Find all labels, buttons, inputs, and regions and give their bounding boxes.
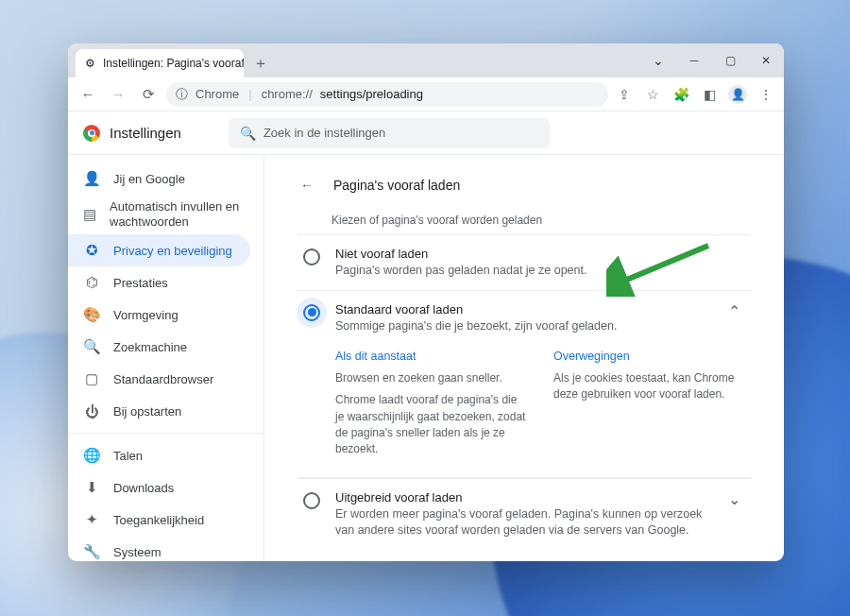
kebab-menu-icon[interactable]: ⋮ [756, 84, 776, 105]
sidebar-item-wrench[interactable]: 🔧Systeem [68, 536, 264, 561]
expand-col2-title: Overwegingen [553, 350, 745, 363]
power-icon: ⏻ [83, 403, 100, 419]
sidebar-item-accessibility[interactable]: ✦Toegankelijkheid [68, 504, 264, 536]
option-title: Uitgebreid vooraf laden [335, 490, 707, 505]
settings-main[interactable]: ← Pagina's vooraf laden Kiezen of pagina… [264, 155, 784, 561]
nav-forward-button: → [106, 82, 130, 107]
site-info-icon[interactable]: ⓘ [176, 86, 188, 103]
globe-icon: 🌐 [83, 447, 100, 464]
back-arrow-icon[interactable]: ← [298, 176, 316, 195]
search-placeholder: Zoek in de instellingen [264, 126, 385, 140]
sidebar-item-speed[interactable]: ⌬Prestaties [68, 266, 264, 299]
maximize-button[interactable]: ▢ [712, 43, 748, 77]
option-title: Standaard vooraf laden [335, 302, 707, 317]
palette-icon: 🎨 [83, 306, 100, 323]
option-extended-preload[interactable]: Uitgebreid vooraf laden Er worden meer p… [298, 478, 751, 550]
page-title: Pagina's vooraf laden [333, 178, 460, 193]
page-heading-row: ← Pagina's vooraf laden [298, 166, 751, 204]
sidebar-item-label: Systeem [113, 545, 162, 559]
sidebar-item-label: Vormgeving [113, 308, 178, 322]
tab-favicon: ⚙ [85, 57, 95, 70]
sidebar-item-label: Automatisch invullen en wachtwoorden [110, 199, 248, 229]
radio-unselected[interactable] [303, 248, 320, 265]
new-tab-button[interactable]: ＋ [249, 52, 272, 75]
option-no-preload[interactable]: Niet vooraf laden Pagina's worden pas ge… [298, 234, 751, 290]
download-icon: ⬇ [83, 479, 100, 496]
search-icon: 🔍 [83, 338, 100, 355]
titlebar: ⚙ Instellingen: Pagina's vooraf lad… ✕ ＋… [68, 43, 784, 77]
settings-header: Instellingen 🔍 Zoek in de instellingen [68, 111, 784, 155]
page-caption: Kiezen of pagina's vooraf worden geladen [332, 214, 751, 227]
sidebar-item-person[interactable]: 👤Jij en Google [68, 163, 264, 195]
option-standard-preload[interactable]: Standaard vooraf laden Sommige pagina's … [298, 290, 751, 346]
sidebar-item-label: Downloads [113, 481, 174, 495]
sidebar-item-label: Bij opstarten [113, 404, 181, 419]
url-box[interactable]: ⓘ Chrome | chrome://settings/preloading [166, 82, 608, 107]
browser-tab[interactable]: ⚙ Instellingen: Pagina's vooraf lad… ✕ [76, 49, 244, 77]
settings-title: Instellingen [110, 125, 181, 141]
sidebar-item-autofill[interactable]: ▤Automatisch invullen en wachtwoorden [68, 195, 264, 234]
wrench-icon: 🔧 [83, 543, 100, 560]
share-icon[interactable]: ⇪ [614, 84, 635, 105]
chevron-down-icon[interactable]: ⌄ [722, 490, 745, 508]
settings-sidebar[interactable]: 👤Jij en Google▤Automatisch invullen en w… [68, 155, 264, 561]
url-path: settings/preloading [320, 87, 423, 101]
sidebar-item-shield[interactable]: ✪Privacy en beveiliging [68, 234, 250, 266]
sidebar-item-download[interactable]: ⬇Downloads [68, 471, 264, 504]
settings-search-input[interactable]: 🔍 Zoek in de instellingen [229, 118, 550, 148]
settings-body: 👤Jij en Google▤Automatisch invullen en w… [68, 155, 784, 561]
sidebar-separator [68, 433, 264, 434]
chrome-window: ⚙ Instellingen: Pagina's vooraf lad… ✕ ＋… [68, 43, 784, 561]
minimize-button[interactable]: ─ [676, 43, 712, 77]
close-button[interactable]: ✕ [748, 43, 784, 77]
url-label-prefix: Chrome [196, 87, 239, 101]
chevron-up-icon[interactable]: ⌃ [722, 302, 745, 320]
sidebar-item-label: Talen [113, 449, 143, 463]
url-host: chrome:// [262, 87, 313, 101]
radio-selected[interactable] [303, 304, 320, 321]
expand-col2-line1: Als je cookies toestaat, kan Chrome deze… [553, 370, 745, 403]
option-desc: Sommige pagina's die je bezoekt, zijn vo… [335, 318, 707, 334]
extensions-puzzle-icon[interactable]: 🧩 [671, 84, 691, 105]
sidebar-item-label: Prestaties [113, 276, 168, 290]
autofill-icon: ▤ [83, 206, 96, 223]
search-icon: 🔍 [240, 126, 256, 141]
nav-reload-button[interactable]: ⟳ [136, 82, 161, 107]
sidebar-item-label: Jij en Google [113, 172, 185, 186]
sidebar-item-browser[interactable]: ▢Standaardbrowser [68, 363, 264, 395]
option-desc: Pagina's worden pas geladen nadat je ze … [335, 263, 745, 279]
accessibility-icon: ✦ [83, 511, 100, 528]
option-standard-expanded: Als dit aanstaat Browsen en zoeken gaan … [298, 346, 751, 478]
option-title: Niet vooraf laden [335, 247, 745, 261]
expand-col1-title: Als dit aanstaat [335, 350, 527, 363]
browser-icon: ▢ [83, 370, 100, 387]
chrome-logo-icon [83, 125, 100, 142]
radio-unselected[interactable] [303, 492, 320, 509]
tab-title: Instellingen: Pagina's vooraf lad… [103, 57, 244, 70]
sidebar-item-label: Privacy en beveiliging [113, 244, 232, 258]
person-icon: 👤 [83, 170, 100, 187]
side-panel-icon[interactable]: ◧ [699, 84, 720, 105]
sidebar-item-label: Toegankelijkheid [113, 513, 204, 527]
option-desc: Er worden meer pagina's vooraf geladen. … [335, 506, 707, 539]
shield-icon: ✪ [83, 242, 100, 259]
expand-col1-line1: Browsen en zoeken gaan sneller. [335, 370, 527, 386]
sidebar-item-power[interactable]: ⏻Bij opstarten [68, 395, 264, 427]
speed-icon: ⌬ [83, 274, 100, 291]
address-bar: ← → ⟳ ⓘ Chrome | chrome://settings/prelo… [68, 77, 784, 111]
tabs-dropdown-icon[interactable]: ⌄ [640, 43, 676, 77]
sidebar-item-search[interactable]: 🔍Zoekmachine [68, 331, 264, 363]
sidebar-item-label: Standaardbrowser [113, 372, 213, 386]
expand-col1-line2: Chrome laadt vooraf de pagina's die je w… [335, 392, 527, 458]
bookmark-star-icon[interactable]: ☆ [642, 84, 663, 105]
sidebar-item-palette[interactable]: 🎨Vormgeving [68, 299, 264, 331]
window-controls: ⌄ ─ ▢ ✕ [640, 43, 784, 77]
profile-avatar[interactable]: 👤 [727, 84, 748, 105]
nav-back-button[interactable]: ← [76, 82, 100, 107]
sidebar-item-globe[interactable]: 🌐Talen [68, 439, 264, 471]
sidebar-item-label: Zoekmachine [113, 340, 187, 354]
